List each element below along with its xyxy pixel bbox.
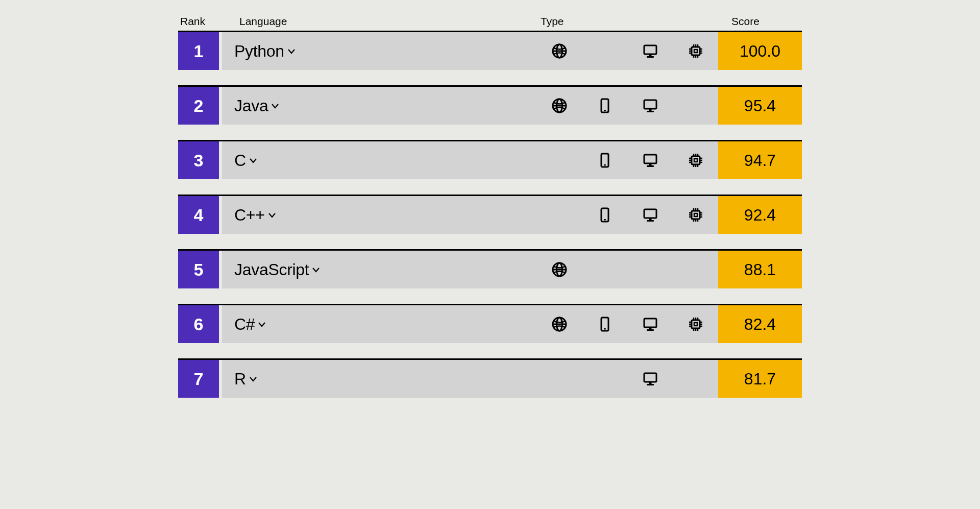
globe-icon (550, 315, 569, 333)
type-cell (537, 251, 718, 288)
language-cell[interactable]: JavaScript (222, 251, 537, 288)
mobile-icon (596, 370, 614, 388)
chip-icon (687, 260, 705, 279)
score-cell: 100.0 (718, 32, 802, 70)
ranking-table: Rank Language Type Score 1Python100.02Ja… (178, 15, 802, 398)
table-header: Rank Language Type Score (178, 15, 802, 31)
rank-cell: 2 (178, 87, 219, 125)
rank-cell: 6 (178, 305, 219, 343)
type-cell (537, 141, 718, 179)
rank-cell: 7 (178, 360, 219, 398)
score-cell: 95.4 (718, 87, 802, 125)
header-language: Language (237, 15, 537, 28)
globe-icon (550, 370, 569, 388)
table-row: 5JavaScript88.1 (178, 249, 802, 288)
header-type: Type (537, 15, 718, 28)
globe-icon (550, 206, 569, 224)
chip-icon (687, 315, 705, 333)
table-row: 6C#82.4 (178, 304, 802, 343)
table-row: 7R81.7 (178, 358, 802, 398)
chip-icon (687, 151, 705, 169)
language-name: C (234, 151, 246, 170)
chip-icon (687, 96, 705, 115)
language-cell[interactable]: C (222, 141, 537, 179)
mobile-icon (596, 206, 614, 224)
chevron-down-icon (268, 211, 276, 219)
chevron-down-icon (249, 157, 257, 164)
language-cell[interactable]: C++ (222, 196, 537, 234)
score-cell: 94.7 (718, 141, 802, 179)
desktop-icon (641, 206, 659, 224)
type-cell (537, 305, 718, 343)
mobile-icon (596, 315, 614, 333)
desktop-icon (641, 42, 659, 60)
desktop-icon (641, 370, 659, 388)
score-cell: 81.7 (718, 360, 802, 398)
table-row: 1Python100.0 (178, 31, 802, 70)
rank-cell: 1 (178, 32, 219, 70)
rank-cell: 4 (178, 196, 219, 234)
language-name: C# (234, 315, 255, 334)
mobile-icon (596, 42, 614, 60)
desktop-icon (641, 151, 659, 169)
language-cell[interactable]: R (222, 360, 537, 398)
language-name: Java (234, 96, 268, 115)
table-row: 2Java95.4 (178, 85, 802, 125)
language-name: Python (234, 42, 284, 61)
chip-icon (687, 42, 705, 60)
globe-icon (550, 96, 569, 115)
mobile-icon (596, 260, 614, 279)
header-rank: Rank (178, 15, 237, 28)
score-cell: 92.4 (718, 196, 802, 234)
header-score: Score (718, 15, 802, 28)
mobile-icon (596, 96, 614, 115)
globe-icon (550, 42, 569, 60)
language-cell[interactable]: Python (222, 32, 537, 70)
chevron-down-icon (287, 47, 296, 55)
type-cell (537, 360, 718, 398)
table-row: 4C++92.4 (178, 195, 802, 234)
chevron-down-icon (312, 266, 320, 273)
rank-cell: 3 (178, 141, 219, 179)
chevron-down-icon (271, 102, 279, 109)
desktop-icon (641, 260, 659, 279)
chip-icon (687, 370, 705, 388)
rank-cell: 5 (178, 251, 219, 288)
language-name: JavaScript (234, 260, 309, 279)
type-cell (537, 196, 718, 234)
mobile-icon (596, 151, 614, 169)
language-cell[interactable]: Java (222, 87, 537, 125)
score-cell: 88.1 (718, 251, 802, 288)
chevron-down-icon (258, 321, 266, 328)
type-cell (537, 32, 718, 70)
chip-icon (687, 206, 705, 224)
globe-icon (550, 151, 569, 169)
score-cell: 82.4 (718, 305, 802, 343)
language-name: C++ (234, 206, 265, 225)
table-row: 3C94.7 (178, 140, 802, 179)
language-cell[interactable]: C# (222, 305, 537, 343)
language-name: R (234, 370, 246, 389)
type-cell (537, 87, 718, 125)
desktop-icon (641, 96, 659, 115)
desktop-icon (641, 315, 659, 333)
chevron-down-icon (249, 375, 257, 382)
globe-icon (550, 260, 569, 279)
